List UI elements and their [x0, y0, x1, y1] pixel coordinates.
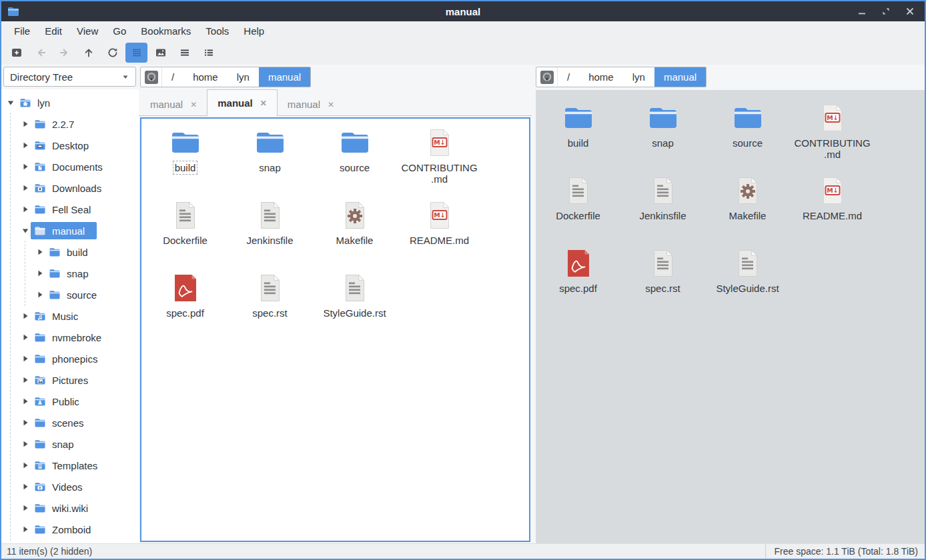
tree-item-desktop[interactable]: Desktop	[1, 135, 139, 156]
expander-closed-icon[interactable]	[20, 440, 31, 448]
expander-closed-icon[interactable]	[20, 504, 31, 512]
file-source[interactable]: source	[705, 99, 790, 172]
tree-item-documents[interactable]: Documents	[1, 156, 139, 177]
sidebar-mode-select[interactable]: Directory Tree	[3, 67, 136, 87]
file-snap[interactable]: snap	[227, 124, 312, 197]
file-source[interactable]: source	[312, 124, 397, 197]
icon-view-button[interactable]	[125, 43, 147, 63]
file-styleguide-rst[interactable]: StyleGuide.rst	[312, 269, 397, 342]
tree-item-videos[interactable]: Videos	[1, 476, 139, 497]
expander-closed-icon[interactable]	[20, 397, 31, 405]
expander-closed-icon[interactable]	[20, 483, 31, 491]
tree-item-build[interactable]: build	[1, 241, 139, 263]
expander-closed-icon[interactable]	[20, 205, 31, 213]
expander-closed-icon[interactable]	[35, 248, 45, 256]
forward-button[interactable]	[53, 43, 75, 63]
file-jenkinsfile[interactable]: Jenkinsfile	[227, 197, 312, 269]
tree-item-fell-seal[interactable]: Fell Seal	[1, 199, 139, 220]
file-spec-rst[interactable]: spec.rst	[227, 269, 312, 342]
thumbnail-view-button[interactable]	[149, 43, 171, 63]
expander-closed-icon[interactable]	[20, 419, 31, 427]
tab-close-icon[interactable]: ✕	[260, 99, 267, 108]
titlebar[interactable]: manual	[1, 1, 925, 21]
expander-closed-icon[interactable]	[20, 461, 31, 469]
file-readme-md[interactable]: M↓README.md	[397, 197, 482, 269]
tree-item-public[interactable]: Public	[1, 391, 139, 412]
file-build[interactable]: build	[536, 99, 620, 172]
expander-open-icon[interactable]	[20, 227, 31, 235]
path-segment-manual[interactable]: manual	[654, 67, 706, 87]
file-dockerfile[interactable]: Dockerfile	[536, 172, 620, 245]
path-segment-home[interactable]: home	[579, 67, 623, 87]
file-makefile[interactable]: Makefile	[705, 172, 790, 245]
tree-item-manual[interactable]: manual	[1, 220, 139, 241]
file-build[interactable]: build	[143, 124, 227, 197]
expander-closed-icon[interactable]	[20, 120, 31, 128]
menu-view[interactable]: View	[69, 23, 105, 39]
file-jenkinsfile[interactable]: Jenkinsfile	[620, 172, 705, 245]
path-segment-lyn[interactable]: lyn	[227, 67, 259, 87]
expander-closed-icon[interactable]	[20, 163, 31, 171]
expander-closed-icon[interactable]	[35, 291, 45, 299]
detailed-view-button[interactable]	[197, 43, 219, 63]
expander-closed-icon[interactable]	[35, 269, 45, 277]
tab-manual-1[interactable]: manual✕	[140, 93, 207, 116]
path-segment-home[interactable]: home	[183, 67, 227, 87]
up-button[interactable]	[77, 43, 99, 63]
tree-item-templates[interactable]: Templates	[1, 455, 139, 476]
tree-item-wiki-wiki[interactable]: wiki.wiki	[1, 497, 139, 519]
menu-tools[interactable]: Tools	[198, 23, 236, 39]
expander-open-icon[interactable]	[5, 99, 16, 107]
tree-item-phonepics[interactable]: phonepics	[1, 348, 139, 369]
reload-button[interactable]	[101, 43, 123, 63]
tab-close-icon[interactable]: ✕	[328, 100, 334, 109]
path-segment-root[interactable]: /	[162, 67, 183, 87]
menu-edit[interactable]: Edit	[37, 23, 69, 39]
expander-closed-icon[interactable]	[20, 312, 31, 320]
file-snap[interactable]: snap	[620, 99, 705, 172]
expander-closed-icon[interactable]	[20, 141, 31, 149]
maximize-icon[interactable]	[881, 6, 891, 17]
menu-file[interactable]: File	[7, 23, 37, 39]
tree-item-source[interactable]: source	[1, 284, 139, 305]
drive-icon[interactable]	[536, 67, 558, 87]
tree-item-music[interactable]: Music	[1, 305, 139, 327]
file-styleguide-rst[interactable]: StyleGuide.rst	[705, 245, 790, 317]
menu-help[interactable]: Help	[236, 23, 272, 39]
compact-view-button[interactable]	[173, 43, 195, 63]
tree-item-nvmebroke[interactable]: nvmebroke	[1, 327, 139, 348]
file-contributing-md[interactable]: M↓CONTRIBUTING.md	[397, 124, 482, 197]
expander-closed-icon[interactable]	[20, 525, 31, 533]
tree-item-2-2-7[interactable]: 2.2.7	[1, 113, 139, 135]
tree-item-lyn[interactable]: lyn	[1, 92, 139, 113]
menu-go[interactable]: Go	[105, 23, 133, 39]
back-button[interactable]	[29, 43, 51, 63]
tab-close-icon[interactable]: ✕	[190, 100, 197, 109]
expander-closed-icon[interactable]	[20, 355, 31, 363]
tab-manual-2[interactable]: manual✕	[207, 89, 278, 116]
right-file-view[interactable]: buildsnapsourceM↓CONTRIBUTING.mdDockerfi…	[536, 90, 925, 543]
new-tab-button[interactable]	[5, 43, 27, 63]
file-readme-md[interactable]: M↓README.md	[790, 172, 875, 245]
tree-item-downloads[interactable]: Downloads	[1, 177, 139, 199]
close-icon[interactable]	[905, 6, 915, 17]
file-spec-pdf[interactable]: spec.pdf	[143, 269, 227, 342]
tree-item-scenes[interactable]: scenes	[1, 412, 139, 433]
expander-closed-icon[interactable]	[20, 184, 31, 192]
expander-closed-icon[interactable]	[20, 376, 31, 384]
expander-closed-icon[interactable]	[20, 333, 31, 341]
path-segment-lyn[interactable]: lyn	[623, 67, 654, 87]
path-segment-root[interactable]: /	[558, 67, 579, 87]
left-file-view[interactable]: buildsnapsourceM↓CONTRIBUTING.mdDockerfi…	[140, 117, 530, 542]
file-spec-rst[interactable]: spec.rst	[620, 245, 705, 317]
drive-icon[interactable]	[141, 67, 162, 87]
file-spec-pdf[interactable]: spec.pdf	[536, 245, 620, 317]
file-makefile[interactable]: Makefile	[312, 197, 397, 269]
file-dockerfile[interactable]: Dockerfile	[143, 197, 227, 269]
path-segment-manual[interactable]: manual	[259, 67, 310, 87]
tree-item-snap[interactable]: snap	[1, 263, 139, 284]
minimize-icon[interactable]	[857, 6, 867, 17]
file-contributing-md[interactable]: M↓CONTRIBUTING.md	[790, 99, 875, 172]
tree-item-pictures[interactable]: Pictures	[1, 369, 139, 391]
menu-bookmarks[interactable]: Bookmarks	[133, 23, 198, 39]
